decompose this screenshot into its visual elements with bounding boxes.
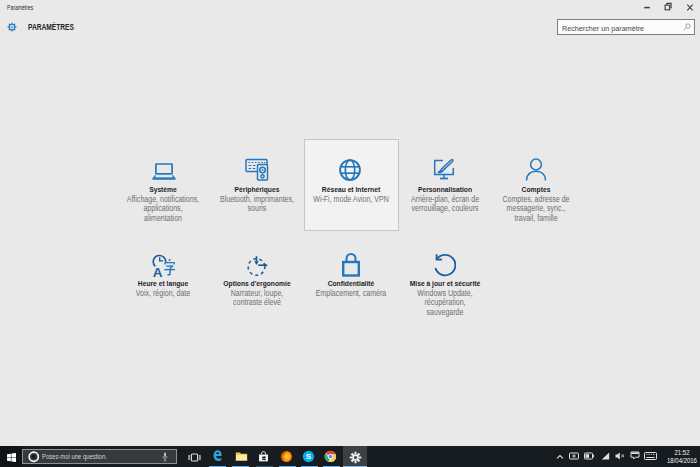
svg-text:S: S — [306, 452, 312, 461]
svg-text:A: A — [153, 265, 163, 277]
